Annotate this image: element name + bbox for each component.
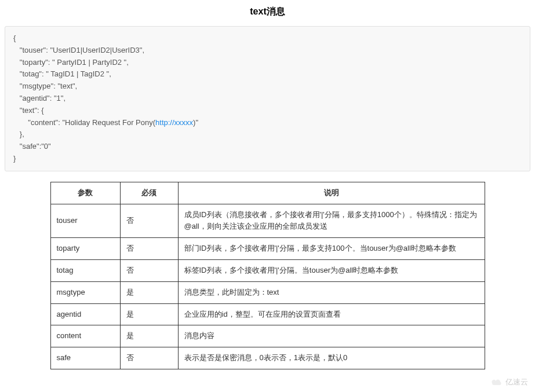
header-param: 参数 bbox=[50, 182, 120, 204]
cell-desc: 成员ID列表（消息接收者，多个接收者用'|'分隔，最多支持1000个）。特殊情况… bbox=[178, 204, 485, 238]
table-row: content 是 消息内容 bbox=[50, 325, 485, 347]
cell-required: 是 bbox=[120, 281, 178, 303]
table-row: msgtype 是 消息类型，此时固定为：text bbox=[50, 281, 485, 303]
cell-param: totag bbox=[50, 259, 120, 281]
table-row: safe 否 表示是否是保密消息，0表示否，1表示是，默认0 bbox=[50, 347, 485, 369]
cell-param: agentid bbox=[50, 303, 120, 325]
cell-param: safe bbox=[50, 347, 120, 369]
table-row: totag 否 标签ID列表，多个接收者用'|'分隔。当touser为@all时… bbox=[50, 259, 485, 281]
table-row: touser 否 成员ID列表（消息接收者，多个接收者用'|'分隔，最多支持10… bbox=[50, 204, 485, 238]
cell-desc: 消息类型，此时固定为：text bbox=[178, 281, 485, 303]
cell-required: 否 bbox=[120, 238, 178, 260]
table-row: agentid 是 企业应用的id，整型。可在应用的设置页面查看 bbox=[50, 303, 485, 325]
cell-param: msgtype bbox=[50, 281, 120, 303]
cell-required: 是 bbox=[120, 325, 178, 347]
parameter-table: 参数 必须 说明 touser 否 成员ID列表（消息接收者，多个接收者用'|'… bbox=[50, 182, 485, 369]
cell-desc: 标签ID列表，多个接收者用'|'分隔。当touser为@all时忽略本参数 bbox=[178, 259, 485, 281]
cell-required: 否 bbox=[120, 347, 178, 369]
cell-param: content bbox=[50, 325, 120, 347]
table-header-row: 参数 必须 说明 bbox=[50, 182, 485, 204]
cell-desc: 消息内容 bbox=[178, 325, 485, 347]
page-title: text消息 bbox=[5, 6, 530, 18]
code-pre: { "touser": "UserID1|UserID2|UserID3", "… bbox=[13, 34, 155, 127]
table-row: toparty 否 部门ID列表，多个接收者用'|'分隔，最多支持100个。当t… bbox=[50, 238, 485, 260]
cell-param: toparty bbox=[50, 238, 120, 260]
cell-desc: 表示是否是保密消息，0表示否，1表示是，默认0 bbox=[178, 347, 485, 369]
cell-desc: 企业应用的id，整型。可在应用的设置页面查看 bbox=[178, 303, 485, 325]
cell-required: 否 bbox=[120, 204, 178, 238]
header-desc: 说明 bbox=[178, 182, 485, 204]
cell-required: 否 bbox=[120, 259, 178, 281]
cell-required: 是 bbox=[120, 303, 178, 325]
cell-desc: 部门ID列表，多个接收者用'|'分隔，最多支持100个。当touser为@all… bbox=[178, 238, 485, 260]
json-code-block: { "touser": "UserID1|UserID2|UserID3", "… bbox=[5, 26, 530, 171]
code-link[interactable]: http://xxxxx bbox=[155, 118, 193, 127]
cell-param: touser bbox=[50, 204, 120, 238]
header-required: 必须 bbox=[120, 182, 178, 204]
